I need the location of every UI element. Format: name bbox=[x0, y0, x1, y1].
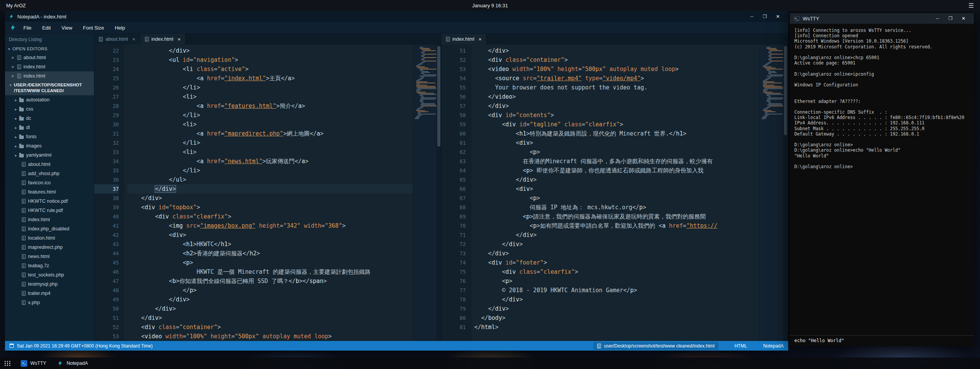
tree-file-test-sockets-php[interactable]: test_sockets.php bbox=[5, 270, 94, 280]
menu-help[interactable]: Help bbox=[115, 25, 125, 31]
code-line[interactable]: <div class="clearfix"> bbox=[474, 267, 760, 276]
code-line[interactable]: <b>你知道我們全線伺服器已轉用 SSD 了嗎？</b></span> bbox=[127, 276, 413, 286]
tree-folder-dc[interactable]: ▸dc bbox=[5, 114, 94, 123]
code-line[interactable]: © 2018 - 2019 HKWTC Animation Gamer</p> bbox=[474, 286, 760, 295]
code-line[interactable]: <div class="container"> bbox=[127, 323, 413, 332]
code-line[interactable]: <li> bbox=[127, 147, 413, 157]
code-line[interactable]: </div> bbox=[474, 230, 760, 240]
code-line[interactable]: <a href="news.html">玩家傳送門</a> bbox=[127, 157, 413, 166]
app-launcher-button[interactable] bbox=[0, 357, 15, 369]
close-tab-icon[interactable]: ✕ bbox=[478, 37, 481, 41]
code-line[interactable]: <a href="mapredirect.php">網上地圖</a> bbox=[127, 129, 413, 138]
code-line[interactable]: <a href="index.html">主頁</a> bbox=[127, 74, 413, 83]
tree-file-about-html[interactable]: about.html bbox=[5, 160, 94, 169]
code-line[interactable]: <p>請注意，我們的伺服器為確保玩家及遊玩時的質素，我們對的服務開 bbox=[474, 212, 760, 221]
close-icon[interactable]: ✕ bbox=[11, 74, 15, 78]
code-line[interactable]: </div> bbox=[127, 46, 413, 55]
code-line[interactable]: <div id="contents"> bbox=[474, 111, 760, 120]
minimize-icon[interactable]: ─ bbox=[931, 16, 944, 21]
code-line[interactable]: <li> bbox=[127, 92, 413, 101]
menu-file[interactable]: File bbox=[23, 25, 31, 31]
tree-file-add-vhost-php[interactable]: add_vhost.php bbox=[5, 169, 94, 178]
terminal-input[interactable]: echo "Hello World" bbox=[790, 335, 974, 346]
open-editor-about-html[interactable]: ✕about.html bbox=[5, 53, 94, 62]
code-line[interactable]: <p>如有問題或需要申請白名單，歡迎加入我們的 <a href="https:/… bbox=[474, 221, 760, 230]
scrollbar-thumb[interactable] bbox=[784, 46, 787, 135]
code-line[interactable]: <video width="100%" height="500px" autop… bbox=[127, 332, 413, 341]
tree-file-favicon-ico[interactable]: favicon.ico bbox=[5, 178, 94, 187]
maximize-icon[interactable]: ❐ bbox=[944, 16, 957, 21]
taskbar-item-wstty[interactable]: >_ WsTTY bbox=[15, 357, 52, 369]
code-line[interactable]: </html> bbox=[474, 323, 760, 332]
close-tab-icon[interactable]: ✕ bbox=[132, 37, 135, 41]
code-line[interactable]: </video> bbox=[474, 92, 760, 101]
code-line[interactable]: </div> bbox=[127, 194, 413, 203]
code-line[interactable]: </div> bbox=[127, 184, 413, 194]
code-line[interactable]: <div id="topbox"> bbox=[127, 203, 413, 212]
scrollbar-thumb[interactable] bbox=[437, 46, 440, 147]
close-icon[interactable]: ✕ bbox=[771, 14, 784, 19]
tree-folder-css[interactable]: ▸css bbox=[5, 104, 94, 114]
code-line[interactable]: </div> bbox=[474, 240, 760, 249]
tab-about-html[interactable]: about.html✕ bbox=[94, 34, 140, 45]
vertical-scrollbar[interactable] bbox=[783, 45, 788, 341]
code-line[interactable]: Your browser does not support the video … bbox=[474, 83, 760, 92]
code-line[interactable]: <div id="tagline" class="clearfix"> bbox=[474, 120, 760, 129]
taskbar-item-notepada[interactable]: NotepadA bbox=[52, 357, 94, 369]
code-line[interactable]: <li class="active"> bbox=[127, 65, 413, 74]
hamburger-icon[interactable]: ☰ bbox=[968, 2, 974, 9]
statusbar-language[interactable]: HTML bbox=[735, 343, 747, 349]
system-menu-label[interactable]: My ArOZ bbox=[6, 3, 26, 8]
vertical-scrollbar[interactable] bbox=[436, 45, 441, 341]
close-tab-icon[interactable]: ✕ bbox=[178, 37, 181, 41]
tree-file-teabag-7z[interactable]: teabag.7z bbox=[5, 261, 94, 270]
tree-file-location-html[interactable]: location.html bbox=[5, 233, 94, 243]
code-line[interactable]: </ul> bbox=[127, 175, 413, 184]
tree-file-index-html[interactable]: index.html bbox=[5, 215, 94, 224]
tree-file-x-php[interactable]: x.php bbox=[5, 298, 94, 307]
code-line[interactable]: <ul id="navigation"> bbox=[127, 55, 413, 65]
code-line[interactable]: <div> bbox=[474, 184, 760, 194]
open-editor-index-html[interactable]: ✕index.html bbox=[5, 62, 94, 71]
maximize-icon[interactable]: ❐ bbox=[758, 14, 771, 19]
code-line[interactable]: <video width="100%" height="500px" autop… bbox=[474, 65, 760, 74]
code-line[interactable]: 在香港的Minecraft 伺服器中，多為小遊戲和純生存的伺服器，較少擁有 bbox=[474, 157, 760, 166]
minimap[interactable] bbox=[413, 45, 436, 341]
code-line[interactable]: <div class="container"> bbox=[474, 55, 760, 65]
tree-folder-dl[interactable]: ▸dl bbox=[5, 123, 94, 132]
tab-index-html[interactable]: index.html✕ bbox=[140, 34, 186, 45]
code-line[interactable]: </div> bbox=[474, 249, 760, 258]
code-line[interactable]: <p> 即使你不是建築師，你也能透過紅石師或鐵路工程師的身份加入我 bbox=[474, 166, 760, 175]
code-editor-left[interactable]: </div> <ul id="navigation"> <li class="a… bbox=[124, 45, 413, 341]
tree-file-testmysql-php[interactable]: testmysql.php bbox=[5, 280, 94, 289]
code-line[interactable]: </div> bbox=[127, 304, 413, 313]
code-line[interactable]: <div class="clearfix"> bbox=[127, 212, 413, 221]
tree-file-hkwtc-notice-pdf[interactable]: HKWTC notice.pdf bbox=[5, 197, 94, 206]
menu-edit[interactable]: Edit bbox=[42, 25, 51, 31]
code-line[interactable]: <p> bbox=[474, 194, 760, 203]
notepada-titlebar[interactable]: NotepadA - index.html ─ ❐ ✕ bbox=[5, 11, 788, 22]
code-line[interactable]: <div id="footer"> bbox=[474, 258, 760, 267]
code-line[interactable]: </li> bbox=[127, 111, 413, 120]
code-line[interactable]: <source src="trailer.mp4" type="video/mp… bbox=[474, 74, 760, 83]
tree-folder-fonts[interactable]: ▸fonts bbox=[5, 132, 94, 141]
code-line[interactable]: <h2>香港的建築伺服器</h2> bbox=[127, 249, 413, 258]
tree-file-hkwtc-rule-pdf[interactable]: HKWTC rule.pdf bbox=[5, 206, 94, 215]
code-line[interactable]: </li> bbox=[127, 138, 413, 147]
minimap[interactable] bbox=[759, 45, 783, 341]
code-editor-right[interactable]: </div> <div class="container"> <video wi… bbox=[471, 45, 760, 341]
workspace-header[interactable]: ▾ USER:/DESKTOP/SCREENSHOT /TEST/WWW CLE… bbox=[5, 81, 94, 95]
code-line[interactable]: </div> bbox=[474, 175, 760, 184]
code-line[interactable]: </div> bbox=[127, 295, 413, 304]
terminal-output[interactable]: [info] Connecting to arozos WsTTY servic… bbox=[790, 24, 974, 335]
code-line[interactable]: HKWTC 是一個 Minecraft 的建築伺服器，主要建築計劃包括鐵路 bbox=[127, 267, 413, 276]
code-line[interactable]: </div> bbox=[474, 101, 760, 111]
code-line[interactable]: </li> bbox=[127, 83, 413, 92]
code-line[interactable]: </div> bbox=[474, 46, 760, 55]
close-icon[interactable]: ✕ bbox=[11, 65, 15, 69]
code-line[interactable]: 伺服器 IP 地址為： mcs.hkwtc.org</p> bbox=[474, 203, 760, 212]
tree-file-index-php-disabled[interactable]: index.php_disabled bbox=[5, 224, 94, 233]
code-line[interactable]: </div> bbox=[474, 304, 760, 313]
open-editor-index-html[interactable]: ✕index.html bbox=[5, 71, 94, 81]
tree-file-features-html[interactable]: features.html bbox=[5, 187, 94, 197]
